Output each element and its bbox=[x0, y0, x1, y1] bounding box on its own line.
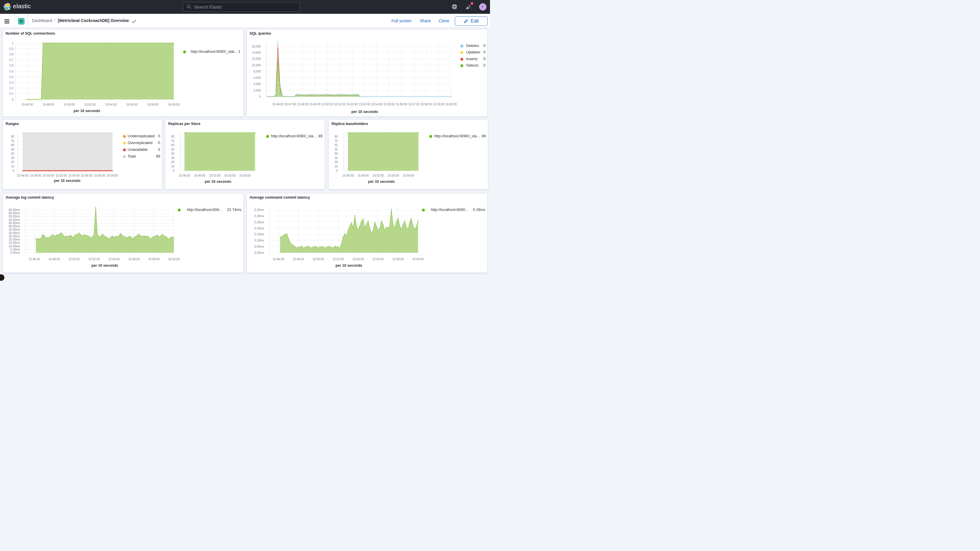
svg-text:15:58:00: 15:58:00 bbox=[392, 258, 404, 261]
svg-text:15:49:00: 15:49:00 bbox=[309, 103, 320, 106]
svg-text:15:52:00: 15:52:00 bbox=[56, 174, 67, 177]
svg-text:15:48:00: 15:48:00 bbox=[293, 258, 304, 261]
svg-text:20.00ms: 20.00ms bbox=[9, 238, 20, 241]
svg-text:per 10 seconds: per 10 seconds bbox=[73, 109, 100, 113]
svg-text:15:56:00: 15:56:00 bbox=[126, 103, 138, 106]
svg-text:15:51:00: 15:51:00 bbox=[334, 103, 345, 106]
svg-text:15:48:00: 15:48:00 bbox=[297, 103, 308, 106]
svg-text:15:57:00: 15:57:00 bbox=[408, 103, 420, 106]
svg-text:15:46:00: 15:46:00 bbox=[179, 174, 191, 177]
svg-text:0.1: 0.1 bbox=[10, 92, 13, 96]
svg-text:per 10 seconds: per 10 seconds bbox=[205, 180, 232, 184]
svg-text:35.00ms: 35.00ms bbox=[9, 228, 20, 231]
svg-text:10: 10 bbox=[334, 165, 338, 168]
svg-text:15:52:00: 15:52:00 bbox=[346, 103, 358, 106]
svg-text:15:55:00: 15:55:00 bbox=[383, 103, 395, 106]
svg-text:15:55:00: 15:55:00 bbox=[224, 174, 235, 177]
svg-text:0.4: 0.4 bbox=[10, 75, 13, 79]
svg-text:15:52:00: 15:52:00 bbox=[332, 258, 344, 261]
svg-text:40: 40 bbox=[171, 152, 175, 156]
svg-text:15:55:00: 15:55:00 bbox=[388, 174, 399, 177]
svg-text:55.00ms: 55.00ms bbox=[9, 215, 20, 218]
svg-text:0.05ms: 0.05ms bbox=[255, 245, 264, 248]
svg-text:15:54:00: 15:54:00 bbox=[371, 103, 382, 106]
svg-text:15:58:00: 15:58:00 bbox=[402, 174, 414, 177]
svg-text:20: 20 bbox=[334, 161, 338, 164]
svg-text:20: 20 bbox=[171, 161, 175, 164]
svg-text:15:54:00: 15:54:00 bbox=[108, 258, 120, 261]
svg-text:45.00ms: 45.00ms bbox=[9, 221, 20, 225]
svg-text:0.2: 0.2 bbox=[10, 86, 13, 90]
svg-text:10: 10 bbox=[171, 165, 175, 168]
svg-text:per 10 seconds: per 10 seconds bbox=[351, 110, 378, 114]
svg-text:15:49:00: 15:49:00 bbox=[194, 174, 205, 177]
svg-text:15:56:00: 15:56:00 bbox=[372, 258, 384, 261]
svg-text:70: 70 bbox=[334, 139, 338, 143]
svg-text:60: 60 bbox=[334, 144, 338, 147]
svg-text:1: 1 bbox=[12, 41, 13, 45]
svg-text:16:00:00: 16:00:00 bbox=[412, 258, 424, 261]
svg-text:8,000: 8,000 bbox=[253, 70, 261, 73]
svg-text:15:52:00: 15:52:00 bbox=[84, 103, 95, 106]
svg-text:15:50:00: 15:50:00 bbox=[43, 174, 54, 177]
svg-text:0: 0 bbox=[173, 169, 175, 172]
svg-text:15:52:00: 15:52:00 bbox=[209, 174, 221, 177]
svg-text:15:58:00: 15:58:00 bbox=[147, 103, 158, 106]
svg-text:30: 30 bbox=[171, 156, 175, 159]
svg-text:30: 30 bbox=[334, 156, 338, 159]
svg-text:0: 0 bbox=[12, 98, 13, 101]
svg-text:15:54:00: 15:54:00 bbox=[105, 103, 117, 106]
svg-text:50: 50 bbox=[171, 148, 175, 151]
svg-text:15:50:00: 15:50:00 bbox=[68, 258, 80, 261]
svg-text:15:53:00: 15:53:00 bbox=[358, 103, 370, 106]
svg-text:0.10ms: 0.10ms bbox=[255, 239, 264, 242]
svg-text:0: 0 bbox=[13, 169, 14, 172]
svg-text:15:54:00: 15:54:00 bbox=[68, 174, 80, 177]
svg-text:0.20ms: 0.20ms bbox=[255, 227, 264, 230]
svg-text:0.30ms: 0.30ms bbox=[255, 215, 264, 218]
svg-text:15:48:00: 15:48:00 bbox=[48, 258, 60, 261]
svg-text:15:49:00: 15:49:00 bbox=[357, 174, 369, 177]
svg-text:15:46:00: 15:46:00 bbox=[29, 258, 40, 261]
svg-text:15:58:00: 15:58:00 bbox=[239, 174, 251, 177]
svg-text:0.3: 0.3 bbox=[10, 81, 13, 84]
svg-text:10.00ms: 10.00ms bbox=[9, 245, 20, 248]
svg-text:4,000: 4,000 bbox=[253, 83, 261, 86]
svg-text:per 10 seconds: per 10 seconds bbox=[336, 263, 362, 268]
svg-text:per 10 seconds: per 10 seconds bbox=[91, 263, 118, 268]
svg-text:15:50:00: 15:50:00 bbox=[64, 103, 75, 106]
svg-text:15:56:00: 15:56:00 bbox=[396, 103, 407, 106]
svg-text:40.00ms: 40.00ms bbox=[9, 225, 20, 228]
svg-text:15:48:00: 15:48:00 bbox=[43, 103, 54, 106]
svg-text:per 10 seconds: per 10 seconds bbox=[368, 180, 395, 184]
svg-text:15:59:00: 15:59:00 bbox=[433, 103, 444, 106]
svg-text:15:52:00: 15:52:00 bbox=[372, 174, 384, 177]
svg-text:15:58:00: 15:58:00 bbox=[148, 258, 160, 261]
svg-text:16:00:00: 16:00:00 bbox=[168, 103, 180, 106]
svg-text:15:46:00: 15:46:00 bbox=[18, 174, 29, 177]
svg-text:10: 10 bbox=[11, 165, 14, 168]
svg-text:30.00ms: 30.00ms bbox=[9, 231, 20, 235]
svg-text:15:46:00: 15:46:00 bbox=[272, 103, 283, 106]
svg-text:15:46:00: 15:46:00 bbox=[22, 103, 33, 106]
svg-text:0.7: 0.7 bbox=[10, 58, 13, 62]
svg-text:20: 20 bbox=[11, 161, 14, 164]
svg-text:2,000: 2,000 bbox=[253, 89, 261, 92]
svg-text:0: 0 bbox=[259, 95, 261, 98]
svg-text:15:58:00: 15:58:00 bbox=[420, 103, 432, 106]
svg-text:16:00:00: 16:00:00 bbox=[168, 258, 180, 261]
svg-text:15:52:00: 15:52:00 bbox=[88, 258, 100, 261]
svg-text:0.15ms: 0.15ms bbox=[255, 233, 264, 236]
svg-text:15:47:00: 15:47:00 bbox=[284, 103, 296, 106]
svg-text:15:46:00: 15:46:00 bbox=[342, 174, 354, 177]
svg-text:6,000: 6,000 bbox=[253, 76, 261, 80]
svg-text:16:00:00: 16:00:00 bbox=[445, 103, 457, 106]
svg-text:25.00ms: 25.00ms bbox=[9, 235, 20, 238]
svg-text:16:00:00: 16:00:00 bbox=[107, 174, 118, 177]
svg-text:15:46:00: 15:46:00 bbox=[272, 258, 284, 261]
svg-text:0.25ms: 0.25ms bbox=[255, 221, 264, 224]
svg-text:15:54:00: 15:54:00 bbox=[352, 258, 364, 261]
svg-text:15:58:00: 15:58:00 bbox=[94, 174, 105, 177]
svg-text:50.00ms: 50.00ms bbox=[9, 218, 20, 221]
svg-text:40: 40 bbox=[334, 152, 338, 156]
